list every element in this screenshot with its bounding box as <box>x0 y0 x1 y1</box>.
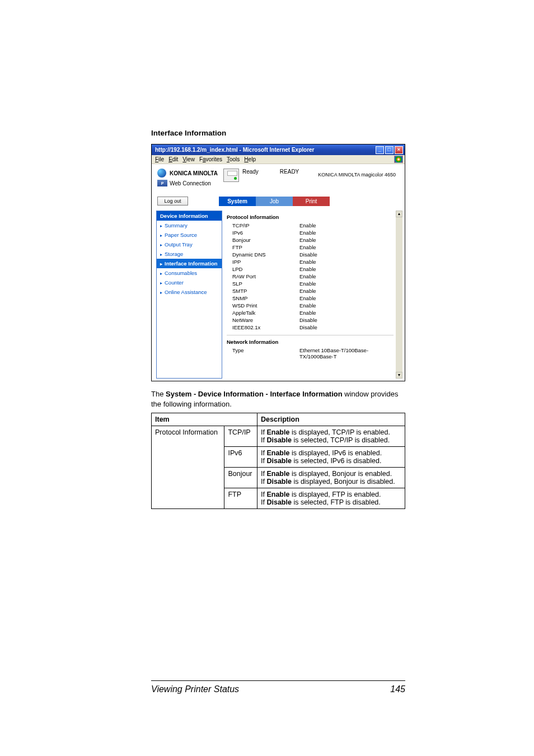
section-title: Interface Information <box>151 129 404 137</box>
info-table: Item Description Protocol Information TC… <box>151 413 405 509</box>
brand-name: KONICA MINOLTA <box>170 170 218 176</box>
printer-icon <box>223 169 239 182</box>
protocol-row: Dynamic DNSDisable <box>227 251 394 258</box>
menu-help[interactable]: Help <box>244 156 256 162</box>
tab-job[interactable]: Job <box>256 197 293 206</box>
scroll-up-icon[interactable]: ▴ <box>396 211 402 217</box>
protocol-row: BonjourEnable <box>227 237 394 243</box>
protocol-row: SNMPEnable <box>227 295 394 301</box>
table-row: Protocol Information TCP/IP If Enable is… <box>152 426 405 447</box>
status-label: Ready <box>242 169 259 175</box>
content-pane: Protocol Information TCP/IPEnableIPv6Ena… <box>227 211 394 379</box>
ie-window: http://192.168.1.2/m_index.html - Micros… <box>151 144 405 381</box>
window-title: http://192.168.1.2/m_index.html - Micros… <box>155 147 315 153</box>
page-footer: Viewing Printer Status 145 <box>151 680 405 694</box>
protocol-heading: Protocol Information <box>227 214 394 220</box>
table-rowspan-label: Protocol Information <box>152 426 224 509</box>
sidebar-item-paper-source[interactable]: ▸Paper Source <box>157 230 222 240</box>
scroll-down-icon[interactable]: ▾ <box>396 372 402 379</box>
protocol-row: RAW PortEnable <box>227 273 394 279</box>
sidebar-item-summary[interactable]: ▸Summary <box>157 221 222 230</box>
protocol-row: IPPEnable <box>227 259 394 265</box>
maximize-button[interactable]: □ <box>385 146 394 154</box>
footer-page-num: 145 <box>390 684 405 694</box>
sidebar-item-consumables[interactable]: ▸Consumables <box>157 268 222 278</box>
sidebar-item-output-tray[interactable]: ▸Output Tray <box>157 240 222 249</box>
protocol-row: NetWareDisable <box>227 317 394 323</box>
sidebar-item-interface-information[interactable]: ▸Interface Information <box>157 259 222 268</box>
protocol-row: IPv6Enable <box>227 230 394 236</box>
protocol-row: FTPEnable <box>227 244 394 250</box>
logout-button[interactable]: Log out <box>157 197 188 206</box>
description-paragraph: The System - Device Information - Interf… <box>151 389 404 409</box>
protocol-row: AppleTalkEnable <box>227 310 394 316</box>
menu-edit[interactable]: Edit <box>168 156 178 162</box>
footer-left: Viewing Printer Status <box>151 684 239 694</box>
minimize-button[interactable]: _ <box>376 146 384 154</box>
network-row: TypeEthernet 10Base-T/100Base-TX/1000Bas… <box>227 347 394 360</box>
ie-logo-icon <box>394 156 403 163</box>
protocol-row: SLPEnable <box>227 281 394 287</box>
globe-icon <box>157 169 166 178</box>
ie-menubar: File Edit View Favorites Tools Help <box>152 155 405 164</box>
sidebar-item-counter[interactable]: ▸Counter <box>157 278 222 287</box>
tab-print[interactable]: Print <box>293 197 330 206</box>
ie-titlebar: http://192.168.1.2/m_index.html - Micros… <box>152 144 405 155</box>
network-heading: Network Information <box>227 339 394 345</box>
status-sub: READY <box>280 169 299 175</box>
close-button[interactable]: × <box>395 146 403 154</box>
protocol-row: TCP/IPEnable <box>227 222 394 228</box>
menu-favorites[interactable]: Favorites <box>199 156 222 162</box>
brand-sub: Web Connection <box>170 180 211 186</box>
table-header-item: Item <box>152 413 257 426</box>
table-header-desc: Description <box>257 413 405 426</box>
protocol-row: LPDEnable <box>227 266 394 272</box>
protocol-row: WSD PrintEnable <box>227 302 394 309</box>
tab-system[interactable]: System <box>219 197 256 206</box>
sidebar-item-storage[interactable]: ▸Storage <box>157 249 222 259</box>
menu-tools[interactable]: Tools <box>227 156 240 162</box>
protocol-row: SMTPEnable <box>227 288 394 294</box>
sidebar: Device Information ▸Summary ▸Paper Sourc… <box>156 211 222 379</box>
tab-bar: System Job Print <box>219 197 402 206</box>
brand-block: KONICA MINOLTA P Web Connection <box>157 169 218 186</box>
model-label: KONICA MINOLTA magicolor 4650 <box>318 172 396 178</box>
menu-view[interactable]: View <box>182 156 195 162</box>
protocol-row: IEEE802.1xDisable <box>227 324 394 330</box>
pagescope-icon: P <box>157 180 167 186</box>
sidebar-heading: Device Information <box>157 211 222 221</box>
menu-file[interactable]: File <box>155 156 164 162</box>
sidebar-item-online-assistance[interactable]: ▸Online Assistance <box>157 287 222 297</box>
